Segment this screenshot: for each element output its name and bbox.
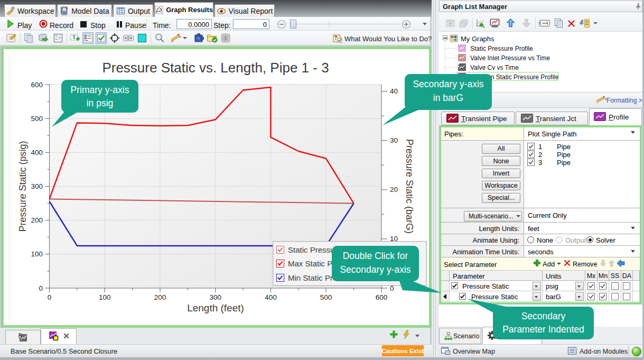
- svg-text:20: 20: [390, 186, 398, 193]
- svg-text:200: 200: [154, 293, 166, 301]
- svg-text:30: 30: [390, 136, 398, 144]
- svg-text:400: 400: [31, 149, 43, 156]
- svg-text:100: 100: [99, 293, 111, 301]
- svg-text:400: 400: [265, 293, 277, 301]
- svg-text:600: 600: [31, 81, 43, 89]
- svg-text:600: 600: [376, 293, 388, 301]
- svg-text:T: T: [72, 34, 76, 40]
- svg-text:40: 40: [390, 87, 398, 95]
- svg-text:300: 300: [209, 293, 221, 301]
- svg-text:300: 300: [31, 182, 43, 190]
- svg-text:500: 500: [31, 115, 43, 123]
- svg-text:0: 0: [39, 284, 43, 292]
- svg-text:0: 0: [48, 293, 52, 301]
- svg-text:500: 500: [320, 293, 332, 301]
- svg-text:200: 200: [31, 216, 43, 224]
- svg-text:100: 100: [31, 250, 43, 258]
